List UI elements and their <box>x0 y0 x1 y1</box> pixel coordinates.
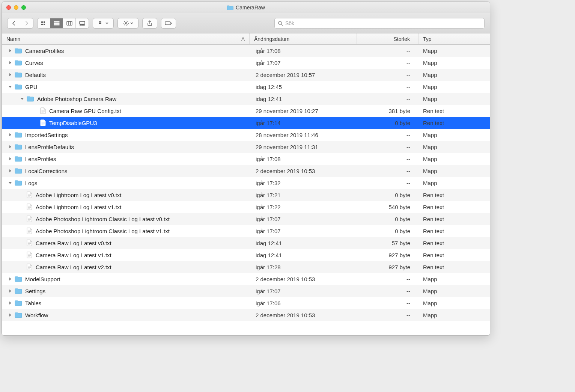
close-window-button[interactable] <box>6 5 11 10</box>
disclosure-triangle[interactable] <box>8 301 12 305</box>
item-name: Curves <box>25 60 43 66</box>
folder-row[interactable]: LocalCorrections2 december 2019 10:53--M… <box>2 165 490 177</box>
folder-row[interactable]: LensProfilesigår 17:08--Mapp <box>2 153 490 165</box>
file-icon <box>40 107 46 114</box>
column-header-name[interactable]: Namn ⋀ <box>2 33 250 44</box>
item-name: Defaults <box>25 72 46 78</box>
column-header-size[interactable]: Storlek <box>357 33 418 44</box>
folder-row[interactable]: ModelSupport2 december 2019 10:53--Mapp <box>2 273 490 285</box>
disclosure-triangle[interactable] <box>8 277 12 281</box>
file-row[interactable]: Camera Raw Log Latest v1.txtidag 12:4192… <box>2 249 490 261</box>
group-by-button[interactable] <box>93 18 114 29</box>
folder-row[interactable]: Adobe Photoshop Camera Rawidag 12:41--Ma… <box>2 93 490 105</box>
cell-type: Mapp <box>418 60 490 66</box>
search-field[interactable] <box>274 18 485 29</box>
view-list-button[interactable] <box>50 18 63 28</box>
tag-icon <box>165 21 172 26</box>
cell-type: Mapp <box>418 180 490 186</box>
column-header-type[interactable]: Typ <box>418 33 490 44</box>
file-list[interactable]: CameraProfilesigår 17:08--MappCurvesigår… <box>2 45 490 335</box>
file-row[interactable]: Adobe Lightroom Log Latest v1.txtigår 17… <box>2 201 490 213</box>
share-button[interactable] <box>142 18 157 29</box>
disclosure-triangle[interactable] <box>8 169 12 173</box>
cell-name: Adobe Photoshop Lightroom Classic Log La… <box>2 216 250 222</box>
sort-ascending-icon: ⋀ <box>241 36 245 41</box>
folder-row[interactable]: Tablesigår 17:06--Mapp <box>2 297 490 309</box>
cell-date: idag 12:41 <box>250 96 357 102</box>
file-row[interactable]: Camera Raw GPU Config.txt29 november 201… <box>2 105 490 117</box>
disclosure-triangle[interactable] <box>8 145 12 149</box>
item-name: Adobe Lightroom Log Latest v0.txt <box>36 192 121 198</box>
file-row[interactable]: Camera Raw Log Latest v0.txtidag 12:4157… <box>2 237 490 249</box>
view-columns-button[interactable] <box>63 18 76 28</box>
file-row[interactable]: Adobe Photoshop Lightroom Classic Log La… <box>2 225 490 237</box>
tags-button[interactable] <box>161 18 176 29</box>
view-icons-button[interactable] <box>38 18 50 28</box>
disclosure-triangle[interactable] <box>8 48 12 53</box>
disclosure-triangle[interactable] <box>8 72 12 77</box>
folder-row[interactable]: GPUidag 12:45--Mapp <box>2 81 490 93</box>
disclosure-triangle[interactable] <box>8 60 12 65</box>
disclosure-triangle[interactable] <box>8 157 12 161</box>
folder-row[interactable]: Defaults2 december 2019 10:57--Mapp <box>2 69 490 81</box>
cell-type: Mapp <box>418 132 490 138</box>
cell-size: 0 byte <box>357 228 418 234</box>
action-menu-button[interactable] <box>117 18 138 29</box>
item-name: Logs <box>25 180 38 186</box>
view-mode-segment <box>37 18 89 29</box>
cell-name: Defaults <box>2 72 250 78</box>
view-gallery-button[interactable] <box>76 18 89 28</box>
cell-size: -- <box>357 156 418 162</box>
forward-button[interactable] <box>20 18 33 28</box>
item-name: Adobe Photoshop Lightroom Classic Log La… <box>36 216 170 222</box>
cell-name: Camera Raw Log Latest v1.txt <box>2 252 250 258</box>
folder-row[interactable]: Settingsigår 17:07--Mapp <box>2 285 490 297</box>
svg-rect-2 <box>41 24 43 25</box>
folder-row[interactable]: CameraProfilesigår 17:08--Mapp <box>2 45 490 57</box>
cell-size: -- <box>357 72 418 78</box>
minimize-window-button[interactable] <box>14 5 18 10</box>
item-name: GPU <box>25 84 38 90</box>
folder-row[interactable]: Workflow2 december 2019 10:53--Mapp <box>2 309 490 321</box>
back-button[interactable] <box>8 18 20 28</box>
folder-row[interactable]: Curvesigår 17:07--Mapp <box>2 57 490 69</box>
file-row[interactable]: Adobe Lightroom Log Latest v0.txtigår 17… <box>2 189 490 201</box>
item-name: Camera Raw Log Latest v1.txt <box>36 252 111 258</box>
cell-type: Mapp <box>418 312 490 318</box>
cell-date: igår 17:06 <box>250 300 357 306</box>
disclosure-triangle[interactable] <box>8 289 12 293</box>
file-icon <box>27 240 33 246</box>
cell-name: Adobe Lightroom Log Latest v1.txt <box>2 204 250 210</box>
cell-date: idag 12:41 <box>250 240 357 246</box>
disclosure-triangle[interactable] <box>8 181 12 185</box>
cell-size: 927 byte <box>357 264 418 270</box>
folder-icon <box>15 276 22 282</box>
cell-type: Ren text <box>418 120 490 126</box>
cell-type: Mapp <box>418 300 490 306</box>
svg-rect-1 <box>44 21 45 23</box>
window-title: CameraRaw <box>2 5 490 11</box>
cell-size: -- <box>357 288 418 294</box>
file-row[interactable]: Camera Raw Log Latest v2.txtigår 17:2892… <box>2 261 490 273</box>
disclosure-triangle[interactable] <box>20 96 24 101</box>
disclosure-triangle[interactable] <box>8 133 12 137</box>
cell-date: igår 17:28 <box>250 264 357 270</box>
file-row[interactable]: Adobe Photoshop Lightroom Classic Log La… <box>2 213 490 225</box>
item-name: ImportedSettings <box>25 132 68 138</box>
zoom-window-button[interactable] <box>21 5 26 10</box>
disclosure-triangle[interactable] <box>8 84 12 89</box>
cell-type: Mapp <box>418 96 490 102</box>
file-row[interactable]: TempDisableGPU3igår 17:140 byteRen text <box>2 117 490 129</box>
search-input[interactable] <box>285 20 481 26</box>
column-header-date[interactable]: Ändringsdatum <box>250 33 357 44</box>
columns-header: Namn ⋀ Ändringsdatum Storlek Typ <box>2 33 490 45</box>
svg-rect-16 <box>99 23 100 24</box>
disclosure-triangle[interactable] <box>8 313 12 317</box>
folder-row[interactable]: Logsigår 17:32--Mapp <box>2 177 490 189</box>
folder-row[interactable]: ImportedSettings28 november 2019 11:46--… <box>2 129 490 141</box>
cell-date: igår 17:08 <box>250 48 357 54</box>
cell-type: Mapp <box>418 288 490 294</box>
cell-size: 0 byte <box>357 120 418 126</box>
folder-row[interactable]: LensProfileDefaults29 november 2019 11:3… <box>2 141 490 153</box>
item-name: CameraProfiles <box>25 48 64 54</box>
